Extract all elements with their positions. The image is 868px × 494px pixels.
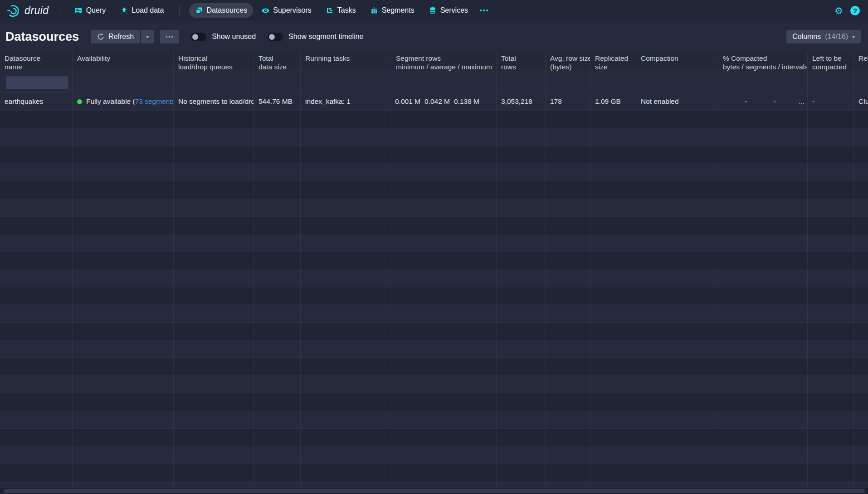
header-line: (bytes) <box>550 63 585 71</box>
horizontal-scrollbar-thumb[interactable] <box>4 489 865 493</box>
empty-cell <box>73 199 174 216</box>
empty-cell <box>854 358 868 375</box>
refresh-interval-dropdown-button[interactable]: ▾ <box>141 30 154 44</box>
nav-item-tasks[interactable]: Tasks <box>320 3 362 18</box>
nav-item-load-data[interactable]: Load data <box>114 3 170 18</box>
nav-divider <box>59 5 59 15</box>
empty-cell <box>497 199 546 216</box>
empty-cell <box>301 217 391 234</box>
empty-cell <box>0 270 73 287</box>
show-segment-timeline-toggle[interactable] <box>268 33 283 41</box>
empty-cell <box>590 199 636 216</box>
segments-count-link[interactable]: 73 segments <box>135 97 174 106</box>
empty-cell <box>174 199 254 216</box>
empty-cell <box>718 446 808 464</box>
column-header-historical-queues[interactable]: Historicalload/drop queues <box>174 52 254 72</box>
column-header-compaction[interactable]: Compaction <box>636 52 718 72</box>
nav-more-button[interactable]: ••• <box>475 4 494 17</box>
nav-item-segments[interactable]: Segments <box>365 3 420 18</box>
column-header-left-to-be-compacted[interactable]: Left to becompacted <box>808 52 854 72</box>
show-unused-toggle[interactable] <box>191 33 206 41</box>
table-row-empty <box>0 128 868 146</box>
empty-cell <box>718 270 808 287</box>
column-header-running-tasks[interactable]: Running tasks <box>301 52 391 72</box>
empty-cell <box>590 287 636 305</box>
empty-cell <box>546 111 590 128</box>
empty-cell <box>0 181 73 199</box>
column-header-avg-row-size[interactable]: Avg. row size(bytes) <box>546 52 590 72</box>
column-header-replicated-size[interactable]: Replicatedsize <box>590 52 636 72</box>
empty-cell <box>73 146 174 163</box>
show-segment-timeline-label: Show segment timeline <box>288 33 363 41</box>
empty-cell <box>854 181 868 199</box>
empty-cell <box>590 446 636 464</box>
empty-cell <box>546 234 590 252</box>
empty-cell <box>808 323 854 340</box>
nav-item-query[interactable]: Query <box>69 3 112 18</box>
nav-item-services[interactable]: Services <box>423 3 474 18</box>
table-row-empty <box>0 146 868 164</box>
empty-cell <box>718 358 808 375</box>
empty-cell <box>301 464 391 481</box>
empty-cell <box>808 181 854 199</box>
empty-cell <box>854 305 868 322</box>
empty-cell <box>497 340 546 358</box>
empty-cell <box>636 234 718 252</box>
empty-cell <box>254 393 301 411</box>
empty-cell <box>391 234 497 252</box>
column-header-total-rows[interactable]: Totalrows <box>497 52 546 72</box>
refresh-icon <box>97 33 104 40</box>
empty-cell <box>808 217 854 234</box>
header-line: minimum / average / maximum <box>396 63 492 71</box>
empty-cell <box>0 217 73 234</box>
column-header-pct-compacted[interactable]: % Compactedbytes / segments / intervals <box>718 52 808 72</box>
empty-cell <box>254 217 301 234</box>
empty-cell <box>0 146 73 163</box>
empty-cell <box>718 393 808 411</box>
empty-cell <box>254 128 301 145</box>
table-row-empty <box>0 234 868 252</box>
empty-cell <box>0 111 73 128</box>
empty-cell <box>590 181 636 199</box>
table-row-empty <box>0 217 868 234</box>
empty-cell <box>854 217 868 234</box>
empty-cell <box>546 305 590 322</box>
empty-cell <box>301 340 391 358</box>
empty-cell <box>854 287 868 305</box>
columns-dropdown-button[interactable]: Columns (14/16) ▾ <box>786 30 861 44</box>
refresh-button[interactable]: Refresh <box>91 30 140 44</box>
supervisors-icon <box>262 7 269 15</box>
empty-cell <box>718 217 808 234</box>
empty-cell <box>73 446 174 464</box>
settings-gear-icon[interactable]: ⚙ <box>834 6 843 15</box>
datasource-name-filter-input[interactable] <box>6 76 68 89</box>
table-row-empty <box>0 270 868 287</box>
empty-cell <box>636 323 718 340</box>
empty-cell <box>854 411 868 428</box>
column-header-retention[interactable]: Retention <box>854 52 868 72</box>
empty-cell <box>73 164 174 181</box>
column-header-availability[interactable]: Availability <box>73 52 174 72</box>
column-header-segment-rows[interactable]: Segment rowsminimum / average / maximum <box>391 52 497 72</box>
druid-logo[interactable]: druid <box>6 4 51 18</box>
empty-cell <box>546 199 590 216</box>
toggle-knob <box>192 34 198 40</box>
datasources-toolbar: Datasources Refresh ▾ ••• Show unused Sh… <box>0 21 868 52</box>
nav-item-datasources[interactable]: Datasources <box>189 3 253 18</box>
chevron-down-icon: ▾ <box>852 34 855 40</box>
empty-cell <box>391 181 497 199</box>
empty-cell <box>636 340 718 358</box>
empty-cell <box>546 358 590 375</box>
table-row-earthquakes[interactable]: earthquakes Fully available (73 segments… <box>0 93 868 111</box>
empty-cell <box>497 305 546 322</box>
column-header-datasource-name[interactable]: Datasourcename <box>0 52 73 72</box>
more-actions-button[interactable]: ••• <box>160 30 179 44</box>
segment-rows-avg: 0.042 M <box>424 97 454 106</box>
column-header-total-data-size[interactable]: Totaldata size <box>254 52 301 72</box>
empty-cell <box>301 411 391 428</box>
empty-cell <box>391 128 497 145</box>
empty-cell <box>391 305 497 322</box>
empty-cell <box>0 411 73 428</box>
nav-item-supervisors[interactable]: Supervisors <box>256 3 317 18</box>
help-icon[interactable]: ? <box>850 6 860 15</box>
